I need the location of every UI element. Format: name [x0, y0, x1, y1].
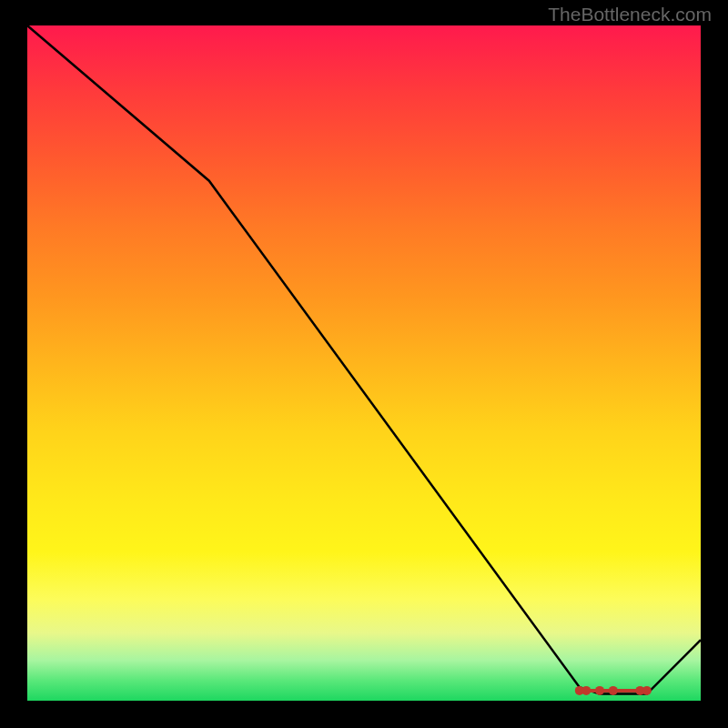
data-marker [581, 686, 591, 695]
series-line [27, 25, 701, 694]
chart-container: TheBottleneck.com [0, 0, 728, 728]
watermark-text: TheBottleneck.com [548, 4, 712, 25]
data-marker [595, 686, 604, 695]
data-marker [609, 686, 618, 695]
data-marker [642, 686, 652, 695]
plot-area [27, 25, 701, 701]
chart-svg [27, 25, 701, 701]
marker-group [575, 686, 652, 695]
